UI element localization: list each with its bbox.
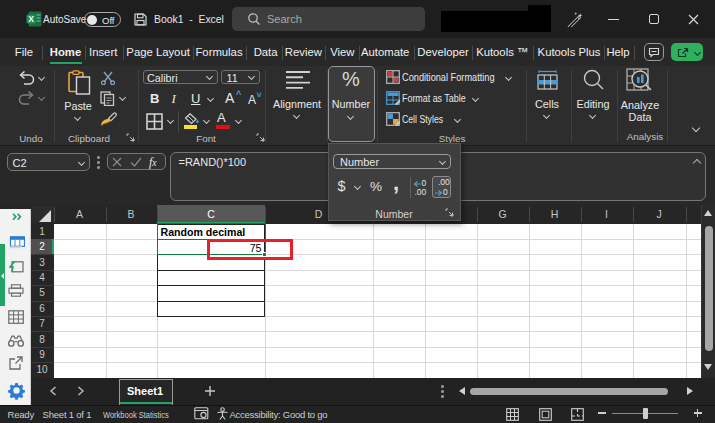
svg-text:X: X xyxy=(28,14,34,24)
